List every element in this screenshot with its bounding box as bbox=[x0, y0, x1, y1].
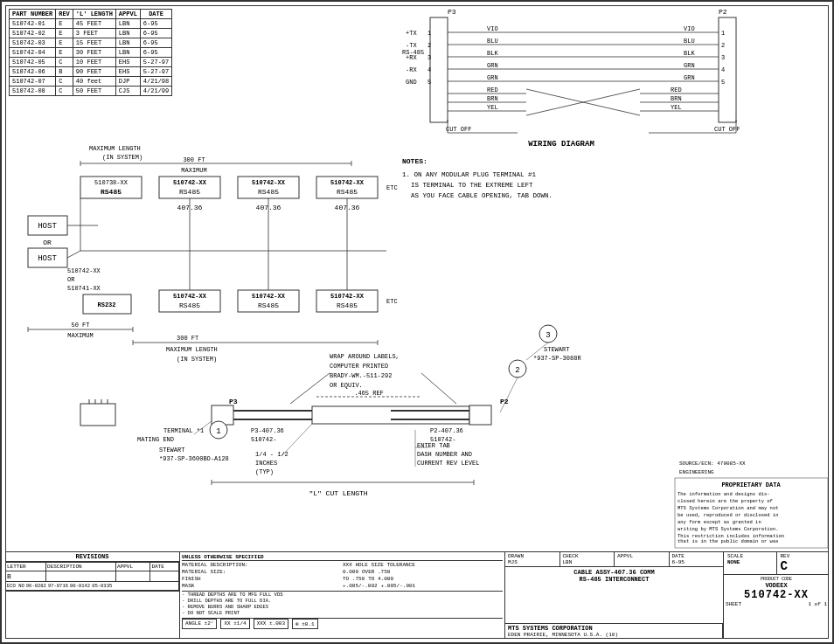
svg-rect-0 bbox=[430, 17, 448, 122]
pin-tx-plus: +TX bbox=[406, 30, 417, 37]
part-510742-b1: 510742-XX bbox=[173, 293, 207, 300]
in-system-bottom: (IN SYSTEM) bbox=[177, 356, 217, 363]
svg-line-39 bbox=[67, 251, 80, 258]
cut-off-left: CUT OFF bbox=[446, 126, 471, 133]
rev-col-appvl: APPVL bbox=[116, 563, 150, 571]
circle-1-label: 1 bbox=[216, 427, 220, 436]
or-label: OR bbox=[43, 239, 52, 246]
wire-vio-2: VIO bbox=[684, 25, 695, 32]
hole-size-tol: XXX HOLE SIZE TOLERANCE bbox=[343, 562, 503, 568]
eco-row: ECO NO 96-0282 97-0716 00-0142 05-0335 bbox=[7, 583, 177, 589]
p3-cable-label: P3 bbox=[229, 398, 238, 405]
eco-2: 97-0716 bbox=[48, 583, 68, 589]
drawing-page: PART NUMBER REV 'L' LENGTH APPVL DATE 51… bbox=[0, 0, 834, 644]
or-part-label: 510742-XX bbox=[67, 267, 101, 274]
eco-1: 96-0282 bbox=[26, 583, 46, 589]
rev-col-date: DATE bbox=[150, 563, 179, 571]
rs485-b2-label: RS485 bbox=[258, 301, 279, 309]
max-length-bottom: MAXIMUM LENGTH bbox=[166, 346, 218, 353]
in-system-label: (IN SYSTEM) bbox=[102, 154, 142, 161]
tol-3: TO .750 bbox=[343, 576, 365, 582]
angle-label: ANGLE ±2° bbox=[182, 619, 217, 629]
wiring-diagram-label: WIRING DIAGRAM bbox=[528, 140, 594, 149]
host-1-label: HOST bbox=[38, 222, 57, 231]
date-col: DATE 6-95 bbox=[670, 552, 724, 566]
rev-appvl-b bbox=[116, 571, 150, 582]
drill-note: - DRILL DEPTHS ARE TO FULL DIA. bbox=[182, 598, 503, 604]
maximum-label: MAXIMUM bbox=[181, 167, 206, 174]
tol-6: +.005/-.001 bbox=[381, 583, 416, 589]
inches-label: INCHES bbox=[255, 460, 277, 467]
rs485-b3-label: RS485 bbox=[337, 301, 358, 309]
scale-note: - DO NOT SCALE PRINT bbox=[182, 610, 503, 616]
scale-label: SCALE bbox=[727, 553, 773, 559]
vodeex-label: VODEEX bbox=[726, 582, 827, 589]
stewart2-pn: *937-SP-3088R bbox=[533, 355, 581, 362]
l-cut-label: "L" CUT LENGTH bbox=[309, 489, 367, 497]
drawn-label: DRAWN bbox=[508, 553, 557, 559]
company-block: DRAWN MJS CHECK LBN APPVL DATE 6-95 CABL… bbox=[505, 552, 724, 639]
300ft-label: 300 FT bbox=[183, 156, 205, 163]
revisions-block: REVISIONS LETTER DESCRIPTION APPVL DATE … bbox=[5, 552, 180, 639]
rev-value: C bbox=[781, 559, 826, 573]
wire-red-2: RED bbox=[671, 87, 682, 93]
engineering-label: ENGINEERING bbox=[679, 469, 714, 475]
pin-gnd: GND bbox=[406, 79, 417, 86]
decimal-2-label: XX ±1/4 bbox=[220, 619, 249, 629]
rev-block: REV C bbox=[777, 552, 830, 574]
svg-line-62 bbox=[281, 424, 312, 456]
scale-value: NONE bbox=[727, 559, 773, 565]
check-value: LBN bbox=[563, 559, 612, 565]
revisions-detail bbox=[5, 591, 179, 595]
rs232-box-label: RS232 bbox=[97, 301, 115, 308]
wire-grn2-2: GRN bbox=[684, 74, 695, 81]
proprietary-label: PROPRIETARY DATA bbox=[721, 481, 781, 488]
p3-label: P3 bbox=[448, 8, 456, 16]
part-510742-1: 510742-XX bbox=[173, 179, 207, 186]
rs485-1-label: RS485 bbox=[101, 188, 122, 196]
tol-values: 0.000 OVER .750 bbox=[343, 569, 503, 575]
or-part-label2: 510741-XX bbox=[67, 285, 101, 292]
or-equiv-label: OR EQUIV. bbox=[330, 382, 363, 389]
deburr-note: - REMOVE BURRS AND SHARP EDGES bbox=[182, 604, 503, 610]
pin-tx-minus: -TX bbox=[406, 42, 417, 49]
tol-5: +.005/-.002 bbox=[343, 583, 378, 589]
typ-label: (TYP) bbox=[255, 468, 274, 475]
mts-label: MTS SYSTEMS CORPORATION bbox=[508, 625, 719, 632]
material-size: MATERIAL SIZE: bbox=[182, 569, 342, 575]
date-value: 6-95 bbox=[672, 559, 721, 565]
sheet-block: SHEET 1 of 1 bbox=[726, 601, 827, 607]
wire-red-1: RED bbox=[487, 87, 498, 93]
wire-blu-2: BLU bbox=[684, 38, 695, 45]
part-510742-2: 510742-XX bbox=[252, 179, 286, 186]
revisions-header: REVISIONS bbox=[5, 552, 179, 562]
drawn-value: MJS bbox=[508, 559, 557, 565]
p3-ref-label: P3-407.36 bbox=[251, 427, 284, 434]
circle-3-label: 3 bbox=[546, 331, 550, 340]
brady-label: BRADY-WM.-511-292 bbox=[330, 372, 392, 379]
prop-text-4: be used, reproduced or disclosed in bbox=[678, 512, 779, 518]
terminal1-label: TERMINAL *1 bbox=[163, 427, 204, 434]
svg-line-66 bbox=[500, 377, 518, 412]
pin-num-1-left: 1 bbox=[427, 30, 431, 37]
source-ecn-label: SOURCE/ECN: 470085-XX bbox=[679, 460, 746, 467]
wire-blk-1: BLK bbox=[487, 50, 498, 57]
etc-label-2: ETC bbox=[386, 298, 398, 305]
specs-block: UNLESS OTHERWISE SPECIFIED MATERIAL DESC… bbox=[180, 552, 505, 639]
revisions-table: LETTER DESCRIPTION APPVL DATE B ECO NO bbox=[5, 562, 179, 591]
svg-rect-56 bbox=[469, 405, 491, 425]
part-510738-label: 510738-XX bbox=[94, 179, 129, 186]
appvl-col: APPVL bbox=[615, 552, 670, 566]
pin-num-3-right: 3 bbox=[721, 54, 725, 61]
drawn-col: DRAWN MJS bbox=[505, 552, 560, 566]
pin-num-1-right: 1 bbox=[721, 30, 725, 37]
host-2-label: HOST bbox=[38, 254, 57, 263]
rev-label: REV bbox=[781, 553, 826, 559]
note-1-line2: IS TERMINAL TO THE EXTREME LEFT bbox=[411, 182, 533, 189]
wire-yel-1: YEL bbox=[487, 104, 498, 111]
rev-col-letter: LETTER bbox=[6, 563, 46, 571]
title-line2: RS-485 INTERCONNECT bbox=[507, 576, 721, 583]
decimal-3-label: XXX ±.003 bbox=[254, 619, 288, 629]
pin-num-5-right: 5 bbox=[721, 79, 725, 86]
current-rev-label: CURRENT REV LEVEL bbox=[417, 460, 479, 467]
